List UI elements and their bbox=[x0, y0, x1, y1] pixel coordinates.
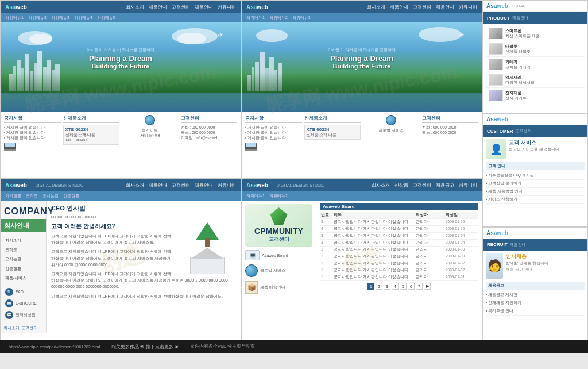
board-row-9[interactable]: 1 공지사항입니다 게시판입니다 이렇습니다 관리자 2009-01-01 bbox=[320, 274, 478, 281]
bottom-link-2[interactable]: 고객센터 bbox=[22, 325, 38, 331]
sidebar-menu-2[interactable]: 조직도 bbox=[1, 245, 46, 255]
footer-center-text: 相关更多作品 ❀ 拉下点击更多 ❀ bbox=[111, 344, 179, 350]
board-row-1[interactable]: 5 공지사항입니다 게시판입니다 이렇습니다 관리자 2009-01-05 bbox=[320, 219, 478, 226]
page-4[interactable]: 4 bbox=[392, 283, 399, 290]
community-nav-4[interactable]: 채용공고 bbox=[436, 182, 454, 189]
ebroce-sidebar-item[interactable]: 📖 E-BROCRE bbox=[1, 298, 46, 309]
sub-nav-r1[interactable]: 하위메뉴1 bbox=[246, 15, 265, 21]
board-col-date: 작성일 bbox=[446, 213, 477, 218]
content-section-globe: 웹사이트 서비스안내 bbox=[122, 115, 179, 167]
board-col-author: 작성자 bbox=[416, 213, 444, 218]
sidebar-menu-1[interactable]: 회사소개 bbox=[1, 236, 46, 245]
sub-nav-r3[interactable]: 하위메뉴3 bbox=[292, 15, 311, 21]
product-item-5[interactable]: 전자제품 전자 기기류 bbox=[486, 88, 585, 103]
sub-nav-r2[interactable]: 하위메뉴2 bbox=[269, 15, 288, 21]
nav-item-r3[interactable]: 고객센터 bbox=[413, 4, 431, 10]
page-3[interactable]: 3 bbox=[384, 283, 390, 290]
hero-headline-1: Planning a Dream bbox=[87, 54, 154, 63]
page-2[interactable]: 2 bbox=[376, 283, 382, 290]
company-sub-3[interactable]: 오시는길 bbox=[42, 193, 59, 199]
chat-icon: 💬 bbox=[5, 311, 13, 319]
company-sub-2[interactable]: 조직도 bbox=[26, 193, 38, 199]
right-logo-3: Asaweb bbox=[486, 230, 508, 236]
customer-list-item-3[interactable]: • 제품 사용방법 안내 bbox=[486, 188, 585, 196]
page-6[interactable]: 6 bbox=[408, 283, 415, 290]
product-item-4[interactable]: 액세서리 다양한 액세서리 bbox=[486, 72, 585, 88]
panel-company: Asaweb DIGITAL DESIGN STUDIO 회사소개 제품안내 고… bbox=[0, 178, 241, 340]
board-row-3[interactable]: 3 공지사항입니다 게시판입니다 이렇습니다 관리자 2009-01-04 bbox=[320, 233, 478, 240]
community-main-title: CPMMUNITY bbox=[249, 226, 309, 236]
product-item-3[interactable]: 카메라 고화질 카메라 bbox=[486, 57, 585, 72]
community-nav-1[interactable]: 회사소개 bbox=[372, 182, 390, 189]
company-sub-1[interactable]: 회사현황 bbox=[5, 193, 21, 199]
community-nav-3[interactable]: 고객센터 bbox=[413, 182, 431, 189]
customer-list-item-2[interactable]: • 고객상담 문의하기 bbox=[486, 180, 585, 188]
bottom-link-1[interactable]: 회사소개 bbox=[3, 325, 20, 331]
product-item-1[interactable]: 스마트폰 최신 스마트폰 제품 bbox=[486, 26, 585, 41]
sub-nav-2[interactable]: 하위메뉴2 bbox=[28, 15, 47, 21]
community-icon-box: 📦 제품 배송안내 bbox=[245, 281, 312, 294]
nav-item-r4[interactable]: 채용안내 bbox=[436, 4, 454, 10]
sub-nav-4[interactable]: 하위메뉴4 bbox=[74, 15, 92, 21]
product-panel-title: PRODUCT bbox=[487, 16, 510, 21]
community-icon-globe: 글로벌 서비스 bbox=[245, 264, 312, 277]
internet-sidebar-item[interactable]: 💬 인터넷상담 bbox=[1, 309, 46, 321]
sub-nav-3[interactable]: 하위메뉴3 bbox=[51, 15, 69, 21]
product-item-2[interactable]: 태블릿 신제품 태블릿 bbox=[486, 41, 585, 57]
board-row-8[interactable]: 1 공지사항입니다 게시판입니다 이렇습니다 관리자 2009-01-02 bbox=[320, 267, 478, 274]
sidebar-menu-5[interactable]: 제품/서비스 bbox=[1, 274, 46, 283]
nav-item-r2[interactable]: 제품안내 bbox=[390, 4, 408, 10]
nav-item-1[interactable]: 회사소개 bbox=[126, 4, 144, 10]
nav-item-r1[interactable]: 회사소개 bbox=[367, 4, 385, 10]
board-row-6[interactable]: 1 공지사항입니다 게시판입니다 이렇습니다 관리자 2009-01-03 bbox=[320, 253, 478, 260]
product-thumb-1 bbox=[489, 28, 503, 39]
page-5[interactable]: 5 bbox=[400, 283, 407, 290]
board-row-2[interactable]: 4 공지사항입니다 게시판입니다 이렇습니다 관리자 2009-01-05 bbox=[320, 226, 478, 233]
customer-list-item-4[interactable]: • 서비스 신청하기 bbox=[486, 196, 585, 204]
page-1[interactable]: 1 bbox=[368, 283, 374, 290]
community-nav-5[interactable]: 커뮤니티 bbox=[459, 182, 477, 189]
sub-nav-1[interactable]: 하위메뉴1 bbox=[5, 15, 24, 21]
recruit-list-item-3[interactable]: • 복리후생 안내 bbox=[486, 308, 585, 316]
sidebar-menu-3[interactable]: 오시는길 bbox=[1, 255, 46, 264]
recruit-list-item-1[interactable]: • 채용공고 게시판 bbox=[486, 291, 585, 299]
community-sub-1[interactable]: 하위메뉴1 bbox=[246, 193, 265, 199]
nav-item-4[interactable]: 채용안내 bbox=[195, 4, 213, 10]
ceo-section: CEO 인사말 000000 0 000, 00000000 고객 여 bbox=[51, 204, 236, 299]
nav-item-3[interactable]: 고객센터 bbox=[172, 4, 190, 10]
community-sub-2[interactable]: 하위메뉴2 bbox=[269, 193, 288, 199]
company-sub-4[interactable]: 인증현황 bbox=[63, 193, 79, 199]
content-section-notice-2: 공지사항 • 게시판 글이 없습니다 • 게시판 글이 없습니다 • 게시판 글… bbox=[245, 115, 302, 167]
board-col-title: 제목 bbox=[334, 213, 415, 218]
content-section-cs: 고객센터 전화 : 000-000-0000 팩스 : 000-000-0000… bbox=[181, 115, 238, 167]
hero-text-2: 아사웹이 여러분 비즈니스를 강렬하다 Planning a Dream Bui… bbox=[328, 47, 396, 70]
footer-copyright: 文件内有多个PSD 分主页与副页 bbox=[190, 344, 256, 349]
company-nav-4[interactable]: 채용안내 bbox=[195, 182, 213, 189]
faq-sidebar-item[interactable]: 🔍 FAQ bbox=[1, 286, 46, 298]
company-nav-1[interactable]: 회사소개 bbox=[126, 182, 144, 189]
recruit-list-item-2[interactable]: • 인재채용 지원하기 bbox=[486, 299, 585, 308]
page-next[interactable]: ▶ bbox=[424, 283, 431, 290]
sub-nav-5[interactable]: 하위메뉴5 bbox=[97, 15, 115, 21]
board-row-5[interactable]: 1 공지사항입니다 게시판입니다 이렇습니다 관리자 2009-01-03 bbox=[320, 247, 478, 253]
company-nav-3[interactable]: 고객센터 bbox=[172, 182, 190, 189]
search-icon: 🔍 bbox=[5, 288, 13, 296]
board-row-7[interactable]: 1 공지사항입니다 게시판입니다 이렇습니다 관리자 2009-01-02 bbox=[320, 260, 478, 267]
nav-item-r5[interactable]: 커뮤니티 bbox=[459, 4, 477, 10]
nav-item-2[interactable]: 제품안내 bbox=[149, 4, 167, 10]
customer-panel-title: CUSTOMER bbox=[487, 129, 513, 134]
sidebar-menu-4[interactable]: 인증현황 bbox=[1, 264, 46, 274]
board-row-4[interactable]: 2 공지사항입니다 게시판입니다 이렇습니다 관리자 2009-01-04 bbox=[320, 240, 478, 247]
community-nav-2[interactable]: 신상품 bbox=[394, 182, 408, 189]
nav-item-5[interactable]: 커뮤니티 bbox=[218, 4, 236, 10]
right-panel-product: Asaweb DIGITAL PRODUCT 제품안내 스마트폰 최신 스마트폰… bbox=[483, 0, 588, 113]
recruit-panel-title: RECRUIT bbox=[487, 242, 508, 247]
product-thumb-5 bbox=[489, 90, 503, 101]
company-nav-5[interactable]: 커뮤니티 bbox=[218, 182, 236, 189]
page-7[interactable]: 7 bbox=[416, 283, 423, 290]
content-section-product: 신제품소개 XTE 00234 신제품 소개 내용 TAG: 000-000 bbox=[63, 115, 120, 167]
recruit-right-title: 인재채용 bbox=[506, 253, 548, 260]
customer-list-item-1[interactable]: • 자주묻는질문 FAQ 게시판 bbox=[486, 172, 585, 180]
community-nav-bar: Asaweb DIGITAL DESIGN STUDIO 회사소개 신상품 고객… bbox=[242, 179, 482, 191]
company-nav-2[interactable]: 제품안내 bbox=[149, 182, 167, 189]
